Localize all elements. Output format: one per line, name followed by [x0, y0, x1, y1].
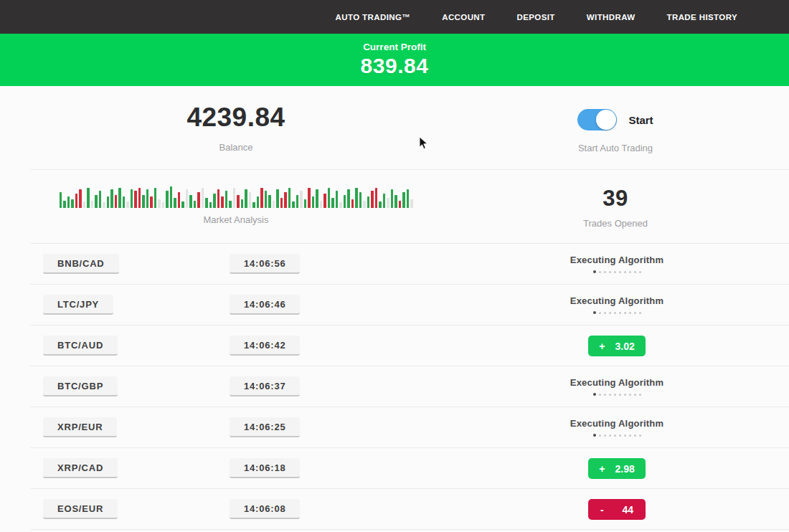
market-bar: [359, 192, 362, 208]
pair-badge: EOS/EUR: [43, 499, 118, 519]
market-bar: [292, 201, 295, 208]
pair-badge: BTC/GBP: [43, 376, 118, 396]
pair-badge: XRP/CAD: [43, 458, 118, 478]
executing-label: Executing Algorithm: [570, 255, 663, 265]
loader-dots: [570, 311, 663, 314]
market-bar: [103, 202, 105, 208]
market-bar: [154, 188, 157, 208]
trades-opened-block: 39 Trades Opened: [442, 184, 789, 243]
market-bar: [394, 195, 397, 208]
market-bar: [402, 192, 405, 208]
market-bar: [91, 201, 94, 208]
time-badge: 14:06:37: [230, 376, 300, 396]
loader-dots: [570, 393, 663, 396]
market-bar: [375, 188, 378, 208]
pair-badge: BTC/AUD: [43, 336, 118, 356]
executing-status: Executing Algorithm: [570, 295, 663, 314]
market-bar: [367, 196, 370, 208]
market-bar: [371, 191, 374, 208]
market-bar: [142, 195, 145, 208]
market-bar: [87, 188, 90, 208]
loader-dots: [570, 270, 663, 273]
nav-item-deposit[interactable]: DEPOSIT: [517, 13, 555, 22]
market-bar: [233, 188, 236, 208]
market-bar: [225, 191, 228, 208]
market-bar: [110, 189, 113, 208]
market-bar: [186, 189, 189, 208]
main-content: 4239.84 Balance Start Start Auto Trading…: [0, 86, 789, 530]
market-bar: [178, 192, 181, 208]
market-bar: [344, 195, 346, 208]
market-bar: [237, 195, 240, 208]
loader-dots: [570, 434, 663, 437]
auto-trading-toggle[interactable]: [577, 109, 617, 130]
market-bar: [221, 196, 224, 208]
market-bar: [323, 194, 326, 208]
executing-label: Executing Algorithm: [570, 377, 663, 388]
market-bar: [83, 201, 86, 208]
trade-row: XRP/EUR14:06:25Executing Algorithm: [30, 407, 789, 448]
market-bar: [410, 199, 413, 208]
market-bar: [387, 198, 389, 208]
pair-badge: LTC/JPY: [43, 295, 113, 315]
market-bar: [217, 189, 220, 208]
executing-status: Executing Algorithm: [570, 255, 663, 273]
market-analysis-block: Market Analysis: [30, 184, 442, 243]
time-badge: 14:06:46: [230, 295, 300, 315]
market-bar: [320, 201, 323, 208]
balance-value: 4239.84: [30, 103, 442, 133]
toggle-knob[interactable]: [596, 110, 616, 130]
market-bar: [383, 194, 386, 208]
market-bar: [399, 201, 402, 208]
market-bar: [205, 198, 208, 208]
market-analysis-label: Market Analysis: [30, 214, 442, 225]
result-badge: +2.98: [588, 458, 646, 479]
nav-item-withdraw[interactable]: WITHDRAW: [587, 13, 636, 22]
market-bar: [115, 195, 118, 208]
result-badge: +3.02: [588, 336, 646, 356]
trade-row: BTC/AUD14:06:42+3.02: [30, 326, 789, 366]
balance-block: 4239.84 Balance: [30, 103, 442, 169]
market-bar: [209, 202, 212, 208]
time-badge: 14:06:42: [230, 336, 300, 356]
market-bar: [194, 201, 197, 208]
market-bar: [280, 198, 283, 208]
trade-row: BNB/CAD14:06:56Executing Algorithm: [30, 244, 789, 285]
market-bar: [276, 189, 279, 208]
nav-item-auto-trading[interactable]: AUTO TRADING™: [336, 13, 411, 22]
profit-banner: Current Profit 839.84: [0, 34, 789, 86]
trades-opened-label: Trades Opened: [442, 218, 789, 229]
trade-list: BNB/CAD14:06:56Executing AlgorithmLTC/JP…: [30, 244, 789, 530]
market-bar: [181, 201, 184, 208]
market-bar: [79, 189, 82, 208]
top-navbar: AUTO TRADING™ACCOUNTDEPOSITWITHDRAWTRADE…: [0, 0, 789, 34]
market-bar: [308, 188, 311, 208]
trades-opened-value: 39: [442, 186, 789, 212]
market-bar: [60, 192, 62, 208]
market-bar: [355, 188, 358, 208]
market-bar: [391, 189, 394, 208]
market-bar: [336, 191, 339, 208]
nav-items: AUTO TRADING™ACCOUNTDEPOSITWITHDRAWTRADE…: [304, 13, 737, 22]
trade-row: BTC/GBP14:06:37Executing Algorithm: [30, 366, 789, 407]
auto-trading-sublabel: Start Auto Trading: [442, 143, 789, 153]
result-badge: -44: [588, 499, 646, 520]
balance-label: Balance: [30, 142, 442, 153]
market-bar: [331, 198, 334, 208]
nav-item-trade-history[interactable]: TRADE HISTORY: [667, 13, 738, 22]
market-bar: [131, 189, 133, 208]
current-profit-label: Current Profit: [0, 42, 789, 52]
market-bar: [213, 194, 216, 208]
market-bar: [249, 192, 252, 208]
time-badge: 14:06:56: [230, 254, 300, 274]
balance-section: 4239.84 Balance Start Start Auto Trading: [30, 86, 789, 170]
time-badge: 14:06:08: [230, 499, 300, 519]
market-bar: [312, 196, 315, 208]
market-bar: [174, 198, 176, 208]
market-bar: [189, 195, 192, 208]
toggle-label: Start: [628, 114, 653, 126]
market-bar: [166, 191, 169, 208]
nav-item-account[interactable]: ACCOUNT: [442, 13, 485, 22]
market-bar: [229, 201, 232, 208]
market-bar: [138, 188, 141, 208]
